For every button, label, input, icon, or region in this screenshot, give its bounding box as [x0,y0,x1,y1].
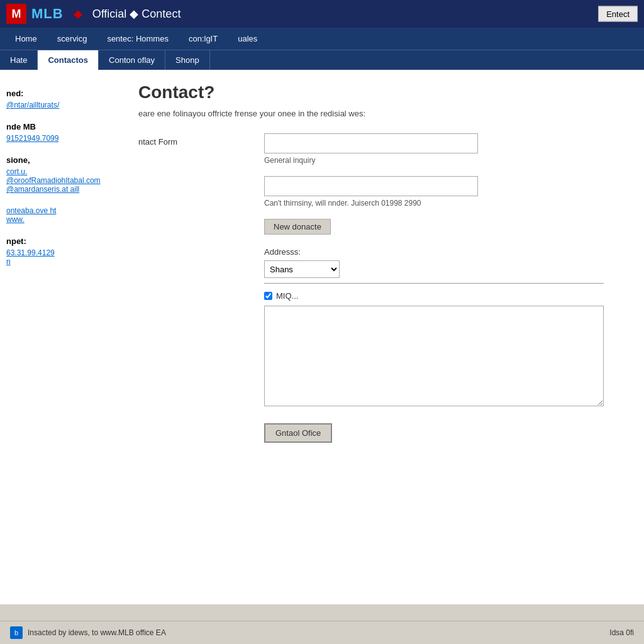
address-area: Addresss: Shans Option 2 Option 3 MIQ... [264,247,631,443]
entect-button[interactable]: Entect [598,6,638,22]
left-sidebar: ned: @ntar/aillturats/ nde MB 91521949.7… [6,82,119,592]
tab-hate[interactable]: Hate [0,50,38,70]
new-donacte-button[interactable]: New donacte [264,219,331,235]
message-textarea[interactable] [264,306,604,406]
nav-item-conlgit[interactable]: con:lgIT [180,28,226,50]
form-input-contact-wrapper: General inquiry [264,133,631,165]
sub-nav: Hate Contactos Conton oflay Shonp [0,50,644,70]
tab-contactos[interactable]: Contactos [38,50,99,70]
sidebar-link-phone[interactable]: 63.31.99.4129 [6,248,119,257]
header-title: Official ◆ Contect [92,7,181,21]
new-donacte-area: New donacte [264,219,631,240]
sidebar-label-ndemb: nde MB [6,122,119,131]
nav-bar: Home scervicg sentec: Hommes con:lgIT ua… [0,28,644,50]
sidebar-section-signed: ned: @ntar/aillturats/ [6,89,119,109]
sidebar-section-ndemb: nde MB 91521949.7099 [6,122,119,143]
nav-item-sentec[interactable]: sentec: Hommes [98,28,177,50]
sidebar-section-sione: sione, cort.u. @oroofRamadiohItabal.com … [6,155,119,194]
nav-item-home[interactable]: Home [6,28,46,50]
header-separator: ◆ [74,7,82,21]
top-header: M MLB ◆ Official ◆ Contect Entect [0,0,644,28]
sidebar-label-ned: ned: [6,89,119,98]
form-hint-general: General inquiry [264,156,631,165]
sidebar-link-www[interactable]: www. [6,215,119,224]
form-row-second: Can't thirnsiny, will nnder. Juiserch 01… [138,176,631,208]
logo-text: MLB [31,6,64,22]
nav-item-uales[interactable]: uales [229,28,266,50]
address-label: Addresss: [264,247,631,257]
form-hint-second: Can't thirnsiny, will nnder. Juiserch 01… [264,199,631,208]
form-label-contact: ntact Form [138,133,264,147]
right-content: Contact? eare ene folinayou offricte fre… [132,82,631,592]
logo-icon: M [6,4,26,24]
miq-checkbox[interactable] [264,292,272,300]
sidebar-link-amard[interactable]: @amardanseris.at aill [6,185,119,194]
form-label-second [138,176,264,180]
state-select[interactable]: Shans Option 2 Option 3 [264,260,340,278]
sidebar-link-oroof[interactable]: @oroofRamadiohItabal.com [6,176,119,185]
nav-item-scervicg[interactable]: scervicg [48,28,96,50]
sidebar-label-npet: npet: [6,236,119,246]
sidebar-link-ned[interactable]: @ntar/aillturats/ [6,101,119,109]
footer-left-text: Insacted by idews, to www.MLB office EA [28,628,166,637]
main-content: ned: @ntar/aillturats/ nde MB 91521949.7… [0,70,644,604]
form-row-contact: ntact Form General inquiry [138,133,631,165]
sidebar-link-n[interactable]: n [6,257,119,266]
select-wrapper: Shans Option 2 Option 3 [264,260,631,278]
second-form-input[interactable] [264,176,478,196]
page-description: eare ene folinayou offricte frense your … [138,109,631,118]
logo-area: M MLB ◆ Official ◆ Contect [6,4,180,24]
footer-left: b Insacted by idews, to www.MLB office E… [10,626,166,639]
sidebar-link-ndemb[interactable]: 91521949.7099 [6,134,119,143]
footer-icon: b [10,626,23,639]
miq-checkbox-label: MIQ... [276,291,298,301]
contact-form-input[interactable] [264,133,478,153]
sidebar-label-sione: sione, [6,155,119,165]
sidebar-link-cort[interactable]: cort.u. [6,167,119,176]
form-divider [264,283,604,284]
footer-right-text: Idsa 0fi [609,628,634,637]
submit-button[interactable]: Gntaol Ofice [264,423,332,443]
sidebar-link-onteaba[interactable]: onteaba.ove ht [6,206,119,215]
submit-area: Gntaol Ofice [264,416,631,443]
form-input-second-wrapper: Can't thirnsiny, will nnder. Juiserch 01… [264,176,631,208]
contact-form: ntact Form General inquiry Can't thirnsi… [138,133,631,443]
checkbox-row: MIQ... [264,291,631,301]
sidebar-section-onteaba: onteaba.ove ht www. [6,206,119,224]
tab-conton-oflay[interactable]: Conton oflay [99,50,165,70]
page-title: Contact? [138,82,631,103]
sidebar-section-npet: npet: 63.31.99.4129 n [6,236,119,266]
footer: b Insacted by idews, to www.MLB office E… [0,621,644,644]
tab-shonp[interactable]: Shonp [165,50,210,70]
